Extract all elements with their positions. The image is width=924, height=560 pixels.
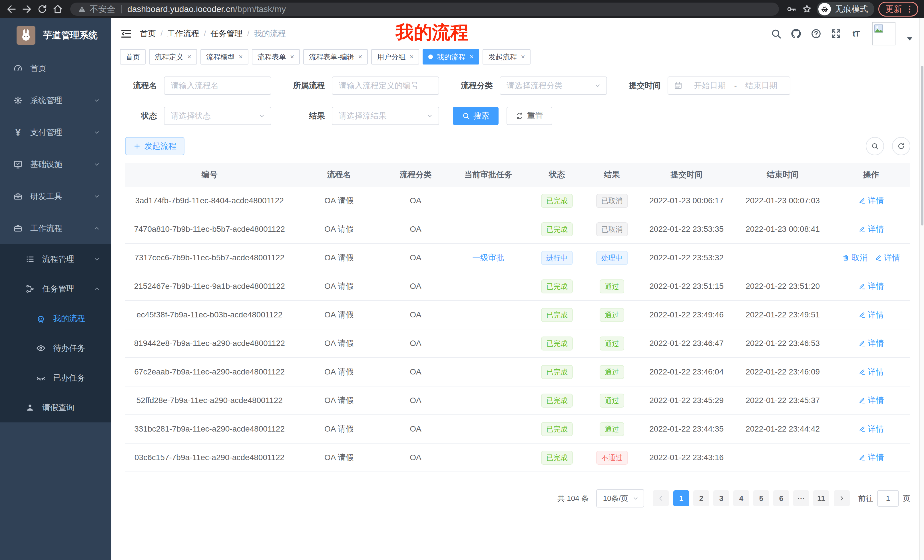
- sidebar-item-done-tasks[interactable]: 已办任务: [0, 363, 111, 393]
- logo-image: [16, 26, 35, 45]
- sidebar-item-infrastructure[interactable]: 基础设施: [0, 148, 111, 180]
- page-button-4[interactable]: 4: [733, 490, 749, 506]
- action-cancel[interactable]: 取消: [842, 252, 868, 263]
- page-jump: 前往 页: [858, 490, 910, 507]
- avatar[interactable]: [872, 22, 896, 45]
- tab-process-form-edit[interactable]: 流程表单-编辑×: [303, 49, 368, 64]
- sidebar-item-system[interactable]: 系统管理: [0, 84, 111, 117]
- chevron-down-icon: [93, 256, 100, 263]
- reset-button[interactable]: 重置: [507, 107, 552, 125]
- breadcrumb-item-task-mgmt[interactable]: 任务管理: [211, 28, 243, 39]
- sidebar-item-workflow[interactable]: 工作流程: [0, 213, 111, 244]
- create-process-button[interactable]: 发起流程: [125, 137, 184, 155]
- result-placeholder: 请选择流结果: [339, 111, 426, 121]
- breadcrumb-item-home[interactable]: 首页: [140, 28, 156, 39]
- action-detail[interactable]: 详情: [858, 452, 884, 463]
- submit-time-range[interactable]: 开始日期 - 结束日期: [668, 76, 790, 95]
- process-definition-input[interactable]: [332, 76, 439, 95]
- action-detail[interactable]: 详情: [858, 224, 884, 235]
- result-badge: 已取消: [596, 222, 628, 236]
- sidebar-item-my-process[interactable]: 我的流程: [0, 304, 111, 333]
- url-bar[interactable]: 不安全 dashboard.yudao.iocoder.cn/bpm/task/…: [70, 3, 779, 16]
- tab-process-definition[interactable]: 流程定义×: [149, 49, 197, 64]
- cell-result: 不通过: [585, 451, 640, 465]
- tab-close-icon[interactable]: ×: [521, 53, 525, 60]
- action-detail[interactable]: 详情: [858, 309, 884, 320]
- category-select[interactable]: 请选择流程分类: [500, 76, 607, 95]
- tab-close-icon[interactable]: ×: [239, 53, 243, 60]
- page-ellipsis[interactable]: ···: [793, 490, 809, 506]
- tab-home[interactable]: 首页: [120, 49, 146, 64]
- action-detail[interactable]: 详情: [858, 367, 884, 377]
- back-icon[interactable]: [6, 3, 17, 15]
- toggle-search-button[interactable]: [866, 137, 884, 155]
- caret-down-icon[interactable]: [904, 33, 915, 44]
- sidebar-item-leave-query[interactable]: 请假查询: [0, 393, 111, 422]
- cell-end-time: 2022-01-22 23:49:51: [734, 310, 832, 319]
- sidebar-item-dev-tools[interactable]: 研发工具: [0, 180, 111, 213]
- tab-process-model[interactable]: 流程模型×: [201, 49, 248, 64]
- trash-icon: [842, 254, 849, 262]
- url-divider: [121, 5, 122, 13]
- page-button-5[interactable]: 5: [753, 490, 769, 506]
- main-area: 首页 / 工作流程 / 任务管理 / 我的流程 我的流程 tT: [111, 18, 924, 560]
- sidebar-item-payment[interactable]: ¥支付管理: [0, 117, 111, 148]
- page-button-6[interactable]: 6: [773, 490, 789, 506]
- reload-icon[interactable]: [36, 3, 48, 15]
- tab-close-icon[interactable]: ×: [470, 53, 473, 60]
- tab-user-group[interactable]: 用户分组×: [371, 49, 419, 64]
- home-icon[interactable]: [52, 3, 63, 15]
- sidebar-item-task-mgmt[interactable]: 任务管理: [0, 274, 111, 304]
- bookmark-star-icon[interactable]: [801, 3, 813, 15]
- sidebar-toggle-icon[interactable]: [120, 27, 132, 40]
- page-button-2[interactable]: 2: [693, 490, 709, 506]
- page-size-select[interactable]: 10条/页: [596, 489, 644, 508]
- prev-page-button[interactable]: [653, 490, 669, 506]
- tab-close-icon[interactable]: ×: [188, 53, 191, 60]
- tab-process-form[interactable]: 流程表单×: [252, 49, 300, 64]
- sidebar-item-todo-tasks[interactable]: 待办任务: [0, 333, 111, 363]
- github-icon[interactable]: [790, 28, 802, 39]
- start-date-placeholder: 开始日期: [687, 80, 732, 91]
- tab-start-process[interactable]: 发起流程×: [483, 49, 531, 64]
- tab-close-icon[interactable]: ×: [290, 53, 294, 60]
- sidebar-item-process-mgmt[interactable]: 流程管理: [0, 244, 111, 274]
- action-detail[interactable]: 详情: [858, 195, 884, 206]
- update-button[interactable]: 更新: [878, 2, 918, 16]
- action-detail[interactable]: 详情: [858, 424, 884, 434]
- font-size-icon[interactable]: tT: [850, 28, 862, 39]
- scrollbar-thumb[interactable]: [921, 66, 923, 226]
- action-detail[interactable]: 详情: [874, 252, 900, 263]
- cell-actions: 详情: [832, 424, 910, 435]
- search-button[interactable]: 搜索: [453, 107, 498, 125]
- tab-close-icon[interactable]: ×: [358, 53, 362, 60]
- sidebar-item-home[interactable]: 首页: [0, 52, 111, 84]
- forward-icon[interactable]: [21, 3, 33, 15]
- tab-my-process[interactable]: 我的流程×: [423, 49, 479, 64]
- action-detail[interactable]: 详情: [858, 338, 884, 349]
- page-button-11[interactable]: 11: [813, 490, 829, 506]
- action-label: 详情: [868, 195, 884, 206]
- browser-toolbar: 不安全 dashboard.yudao.iocoder.cn/bpm/task/…: [0, 0, 924, 18]
- header-search-icon[interactable]: [770, 28, 782, 39]
- page-button-3[interactable]: 3: [713, 490, 729, 506]
- more-vert-icon[interactable]: [905, 4, 915, 14]
- refresh-button[interactable]: [892, 137, 910, 155]
- breadcrumb-item-workflow[interactable]: 工作流程: [167, 28, 199, 39]
- action-detail[interactable]: 详情: [858, 395, 884, 406]
- action-detail[interactable]: 详情: [858, 281, 884, 292]
- fullscreen-icon[interactable]: [830, 28, 842, 39]
- url-path: /bpm/task/my: [235, 4, 286, 14]
- current-task-link[interactable]: 一级审批: [472, 253, 504, 262]
- status-select[interactable]: 请选择状态: [164, 107, 271, 125]
- jump-input[interactable]: [877, 490, 899, 507]
- cell-submit-time: 2022-01-22 23:49:46: [639, 310, 734, 319]
- process-name-input[interactable]: [164, 76, 271, 95]
- tab-close-icon[interactable]: ×: [410, 53, 414, 60]
- next-page-button[interactable]: [834, 490, 850, 506]
- scrollbar[interactable]: [920, 18, 924, 560]
- key-icon[interactable]: [786, 3, 797, 15]
- page-button-1[interactable]: 1: [673, 490, 689, 506]
- result-select[interactable]: 请选择流结果: [332, 107, 439, 125]
- help-icon[interactable]: [810, 28, 822, 39]
